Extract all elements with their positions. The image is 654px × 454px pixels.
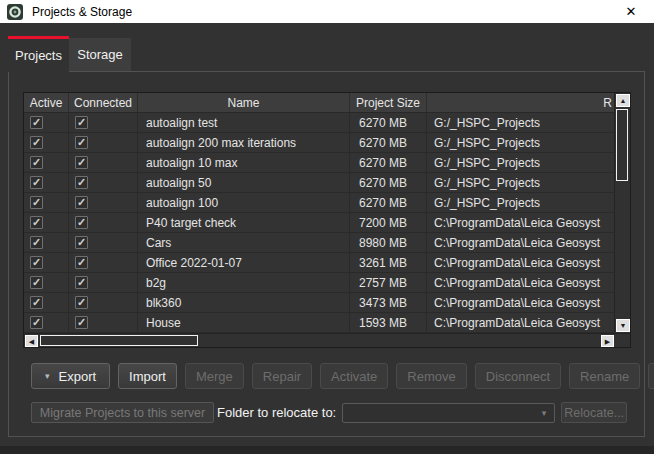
connected-checkbox[interactable]: ✓ [75,116,88,129]
check-icon: ✓ [32,137,41,148]
project-size-cell: 6270 MB [350,193,427,212]
table-row[interactable]: ✓ ✓ b2g 2757 MB C:\ProgramData\Leica Geo… [24,273,614,293]
export-button-label: Export [59,369,97,384]
app-icon [7,4,23,20]
scroll-right-icon[interactable]: ▶ [601,335,614,347]
project-size-cell: 6270 MB [350,153,427,172]
check-icon: ✓ [77,217,86,228]
tab-projects[interactable]: Projects [8,36,69,72]
connected-checkbox[interactable]: ✓ [75,256,88,269]
connected-checkbox[interactable]: ✓ [75,156,88,169]
connected-checkbox[interactable]: ✓ [75,136,88,149]
table-row[interactable]: ✓ ✓ autoalign 10 max 6270 MB G:/_HSPC_Pr… [24,153,614,173]
connected-checkbox[interactable]: ✓ [75,296,88,309]
check-icon: ✓ [32,317,41,328]
active-checkbox[interactable]: ✓ [30,296,43,309]
check-icon: ✓ [32,237,41,248]
vertical-scroll-thumb[interactable] [616,109,628,181]
connected-checkbox[interactable]: ✓ [75,196,88,209]
check-icon: ✓ [32,197,41,208]
check-icon: ✓ [77,237,86,248]
project-path-cell: C:\ProgramData\Leica Geosyst [427,293,614,312]
active-checkbox[interactable]: ✓ [30,176,43,189]
project-path-cell: C:\ProgramData\Leica Geosyst [427,213,614,232]
table-row[interactable]: ✓ ✓ autoalign 200 max iterations 6270 MB… [24,133,614,153]
table-row[interactable]: ✓ ✓ P40 target check 7200 MB C:\ProgramD… [24,213,614,233]
check-icon: ✓ [77,277,86,288]
horizontal-scrollbar[interactable]: ◀ ▶ [24,333,630,347]
connected-checkbox[interactable]: ✓ [75,216,88,229]
connected-checkbox[interactable]: ✓ [75,316,88,329]
project-size-cell: 6270 MB [350,113,427,132]
close-icon[interactable]: ✕ [608,0,654,23]
column-header-active[interactable]: Active [24,93,69,112]
connected-checkbox[interactable]: ✓ [75,276,88,289]
check-icon: ✓ [77,257,86,268]
table-row[interactable]: ✓ ✓ Cars 8980 MB C:\ProgramData\Leica Ge… [24,233,614,253]
vertical-scroll-track[interactable] [615,108,630,318]
check-icon: ✓ [77,117,86,128]
project-name-cell: Office 2022-01-07 [138,253,350,272]
project-path-cell: C:\ProgramData\Leica Geosyst [427,253,614,272]
table-row[interactable]: ✓ ✓ autoalign 100 6270 MB G:/_HSPC_Proje… [24,193,614,213]
active-checkbox[interactable]: ✓ [30,156,43,169]
check-icon: ✓ [77,137,86,148]
remove-button: Remove [396,363,466,389]
projects-table: Active Connected Name Project Size R ✓ ✓… [23,92,631,348]
disconnect-button: Disconnect [475,363,561,389]
table-row[interactable]: ✓ ✓ autoalign 50 6270 MB G:/_HSPC_Projec… [24,173,614,193]
check-icon: ✓ [77,197,86,208]
active-checkbox[interactable]: ✓ [30,216,43,229]
project-name-cell: autoalign 10 max [138,153,350,172]
connected-checkbox[interactable]: ✓ [75,176,88,189]
column-header-name[interactable]: Name [138,93,350,112]
import-button[interactable]: Import [118,363,177,389]
check-icon: ✓ [32,157,41,168]
active-checkbox[interactable]: ✓ [30,316,43,329]
project-name-cell: autoalign 200 max iterations [138,133,350,152]
connected-checkbox[interactable]: ✓ [75,236,88,249]
deactivate-button: De-activate [648,363,654,389]
table-body: ✓ ✓ autoalign test 6270 MB G:/_HSPC_Proj… [24,113,614,333]
check-icon: ✓ [77,297,86,308]
active-checkbox[interactable]: ✓ [30,236,43,249]
relocate-button: Relocate... [561,402,627,423]
table-row[interactable]: ✓ ✓ blk360 3473 MB C:\ProgramData\Leica … [24,293,614,313]
export-button[interactable]: ▾ Export [31,363,110,389]
project-path-cell: C:\ProgramData\Leica Geosyst [427,273,614,292]
repair-button: Repair [252,363,312,389]
project-path-cell: C:\ProgramData\Leica Geosyst [427,313,614,332]
project-size-cell: 1593 MB [350,313,427,332]
check-icon: ✓ [32,257,41,268]
projects-storage-window: Projects & Storage ✕ Projects Storage Ac… [0,0,654,454]
migrate-projects-button: Migrate Projects to this server [31,402,214,423]
project-size-cell: 6270 MB [350,173,427,192]
table-row[interactable]: ✓ ✓ autoalign test 6270 MB G:/_HSPC_Proj… [24,113,614,133]
horizontal-scroll-thumb[interactable] [40,335,198,346]
project-path-cell: G:/_HSPC_Projects [427,153,614,172]
horizontal-scroll-track[interactable] [38,334,601,347]
export-dropdown-icon[interactable]: ▾ [45,372,50,381]
table-row[interactable]: ✓ ✓ House 1593 MB C:\ProgramData\Leica G… [24,313,614,333]
vertical-scrollbar[interactable]: ▲ ▼ [614,93,630,333]
scroll-down-icon[interactable]: ▼ [616,319,630,332]
scroll-up-icon[interactable]: ▲ [616,94,630,107]
scroll-left-icon[interactable]: ◀ [25,335,38,347]
active-checkbox[interactable]: ✓ [30,116,43,129]
active-checkbox[interactable]: ✓ [30,256,43,269]
merge-button: Merge [185,363,244,389]
activate-button: Activate [320,363,388,389]
relocate-row: Migrate Projects to this server Folder t… [31,402,627,423]
column-header-rootpath[interactable]: R [427,93,614,112]
active-checkbox[interactable]: ✓ [30,196,43,209]
table-row[interactable]: ✓ ✓ Office 2022-01-07 3261 MB C:\Program… [24,253,614,273]
projects-panel: Active Connected Name Project Size R ✓ ✓… [8,71,645,437]
project-name-cell: Cars [138,233,350,252]
project-name-cell: autoalign test [138,113,350,132]
active-checkbox[interactable]: ✓ [30,276,43,289]
active-checkbox[interactable]: ✓ [30,136,43,149]
tab-storage[interactable]: Storage [69,38,131,71]
column-header-size[interactable]: Project Size [350,93,427,112]
project-name-cell: b2g [138,273,350,292]
column-header-connected[interactable]: Connected [69,93,138,112]
